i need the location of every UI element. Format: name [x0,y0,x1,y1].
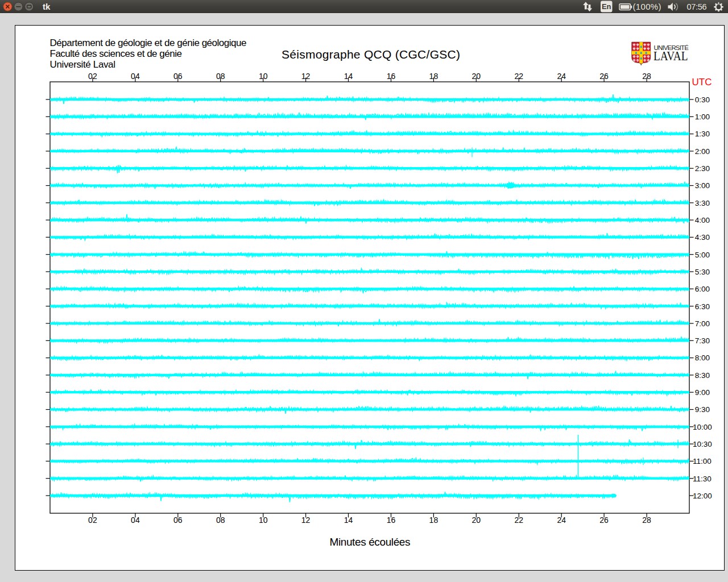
svg-text:2:30: 2:30 [695,164,710,173]
svg-text:14: 14 [344,516,353,525]
svg-text:7:00: 7:00 [695,319,710,328]
svg-text:26: 26 [599,72,609,81]
svg-text:16: 16 [387,516,396,525]
svg-text:8:00: 8:00 [695,354,710,362]
svg-text:4:00: 4:00 [695,216,710,225]
svg-text:07:56: 07:56 [687,2,707,11]
svg-text:6:30: 6:30 [695,302,710,311]
svg-text:12: 12 [301,72,311,81]
svg-text:10: 10 [259,516,268,525]
svg-text:3:00: 3:00 [695,181,710,190]
svg-text:24: 24 [557,72,566,81]
svg-text:En: En [602,2,611,11]
svg-text:24: 24 [557,516,566,525]
svg-text:5:30: 5:30 [695,268,710,276]
svg-text:20: 20 [472,72,481,81]
svg-text:16: 16 [387,72,396,81]
svg-text:06: 06 [173,72,183,81]
svg-text:14: 14 [344,72,353,81]
svg-text:4:30: 4:30 [695,233,710,242]
svg-text:22: 22 [515,72,524,81]
svg-text:9:00: 9:00 [695,388,710,397]
svg-text:Séismographe QCQ (CGC/GSC): Séismographe QCQ (CGC/GSC) [282,48,460,61]
svg-text:06: 06 [173,516,183,525]
svg-text:02: 02 [88,516,97,525]
svg-text:7:30: 7:30 [695,336,710,345]
svg-text:1:00: 1:00 [695,113,710,121]
svg-text:28: 28 [642,516,651,525]
svg-text:8:30: 8:30 [695,371,710,380]
svg-text:Faculté des sciences et de gén: Faculté des sciences et de génie [50,48,183,59]
svg-text:10:30: 10:30 [693,440,712,448]
svg-text:5:00: 5:00 [695,251,710,259]
svg-text:04: 04 [131,72,140,81]
svg-text:12:00: 12:00 [693,492,712,500]
svg-text:Minutes écoulées: Minutes écoulées [330,536,411,548]
svg-text:20: 20 [472,516,481,525]
svg-text:UTC: UTC [692,77,712,88]
svg-text:26: 26 [599,516,609,525]
svg-text:08: 08 [216,72,225,81]
svg-text:0:30: 0:30 [695,95,710,104]
svg-text:04: 04 [131,516,140,525]
svg-text:Université Laval: Université Laval [50,59,116,70]
svg-text:1:30: 1:30 [695,130,710,138]
svg-text:28: 28 [642,72,651,81]
svg-text:3:30: 3:30 [695,199,710,207]
svg-text:Département de géologie et de: Département de géologie et de génie géol… [50,38,247,48]
svg-text:6:00: 6:00 [695,285,710,293]
svg-text:10:00: 10:00 [693,423,712,431]
svg-text:2:00: 2:00 [695,147,710,156]
svg-text:18: 18 [429,72,439,81]
svg-text:tk: tk [43,2,51,11]
svg-text:9:30: 9:30 [695,405,710,414]
svg-text:02: 02 [88,72,97,81]
svg-text:08: 08 [216,516,225,525]
svg-text:LAVAL: LAVAL [653,49,688,63]
svg-text:10: 10 [259,72,268,81]
svg-text:11:00: 11:00 [693,457,712,465]
svg-text:18: 18 [429,516,439,525]
svg-text:12: 12 [301,516,311,525]
svg-text:22: 22 [515,516,524,525]
svg-text:11:30: 11:30 [693,475,712,483]
svg-text:(100%): (100%) [633,2,661,11]
